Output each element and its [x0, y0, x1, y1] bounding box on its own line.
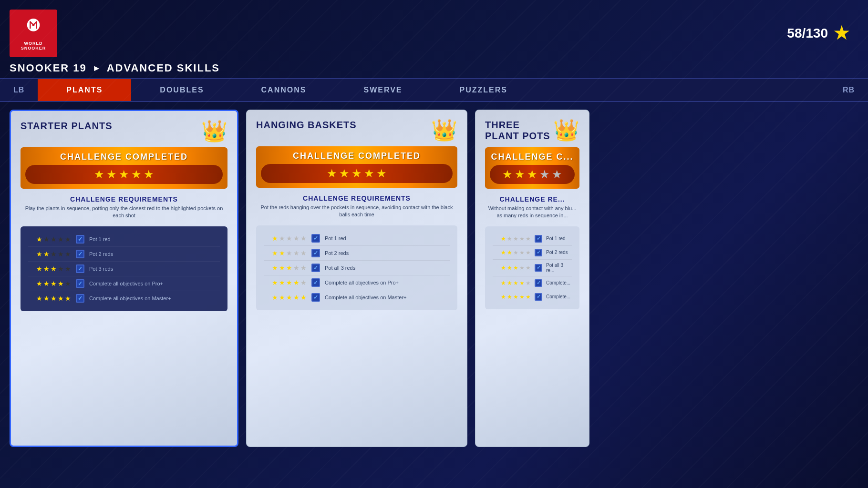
- obj-label-2-1: Pot 1 red: [325, 235, 346, 241]
- obj-label-1-3: Pot 3 reds: [89, 266, 113, 272]
- obj-checkbox-2-5: ✓: [311, 293, 320, 302]
- obj-label-1-4: Complete all objectives on Pro+: [89, 281, 163, 286]
- logo-text: WORLD SNOOKER: [21, 41, 46, 51]
- objective-row-1-2: ★ ★ ★ ★ ★ ✓ Pot 2 reds: [28, 247, 220, 262]
- obj-label-1-2: Pot 2 reds: [89, 251, 113, 257]
- breadcrumb-section: ADVANCED SKILLS: [107, 62, 220, 74]
- obj-star: ★: [51, 250, 57, 258]
- objective-row-2-5: ★ ★ ★ ★ ★ ✓ Complete all objectives on M…: [264, 290, 450, 305]
- obj-checkbox-2-4: ✓: [311, 278, 320, 287]
- obj-label-1-1: Pot 1 red: [89, 236, 111, 242]
- obj-star: ★: [36, 235, 42, 243]
- obj-star: ★: [43, 280, 50, 287]
- obj-checkbox-2-3: ✓: [311, 264, 320, 272]
- star-1-1: ★: [94, 168, 104, 181]
- star-1-5: ★: [144, 168, 154, 181]
- svg-point-1: [32, 24, 35, 26]
- breadcrumb-game: SNOOKER 19: [10, 62, 87, 74]
- obj-checkbox-2-1: ✓: [311, 234, 320, 243]
- obj-label-2-3: Pot all 3 reds: [325, 265, 355, 271]
- card-three-plant-pots[interactable]: THREE PLANT POTS 👑 CHALLENGE C... ★ ★ ★ …: [475, 110, 589, 447]
- objective-row-2-3: ★ ★ ★ ★ ★ ✓ Pot all 3 reds: [264, 261, 450, 275]
- tab-swerve[interactable]: SWERVE: [335, 79, 431, 101]
- obj-star: ★: [51, 265, 57, 273]
- completed-banner-3: CHALLENGE C... ★ ★ ★ ★ ★: [485, 147, 579, 189]
- completed-banner-1: CHALLENGE COMPLETED ★ ★ ★ ★ ★: [21, 147, 227, 189]
- requirements-desc-1: Play the plants in sequence, potting onl…: [21, 205, 227, 220]
- requirements-desc-3: Without making contact with any blu... a…: [485, 205, 579, 220]
- card-title-three-plant-pots: THREE PLANT POTS: [485, 120, 553, 142]
- logo: WORLD SNOOKER: [10, 10, 57, 57]
- obj-star: ★: [65, 265, 71, 273]
- stars-count-text: 58/130: [787, 26, 828, 41]
- obj-star: ★: [51, 280, 57, 287]
- requirements-desc-2: Pot the reds hanging over the pockets in…: [256, 204, 457, 219]
- obj-star: ★: [65, 250, 71, 258]
- obj-checkbox-2-2: ✓: [311, 249, 320, 257]
- completed-banner-2: CHALLENGE COMPLETED ★ ★ ★ ★ ★: [256, 146, 457, 188]
- obj-star: ★: [36, 250, 42, 258]
- star-1-3: ★: [119, 168, 129, 181]
- obj-star: ★: [58, 235, 64, 243]
- tab-navigation: LB PLANTS DOUBLES CANNONS SWERVE PUZZLER…: [0, 78, 868, 102]
- obj-star: ★: [43, 235, 50, 243]
- tab-doubles[interactable]: DOUBLES: [131, 79, 232, 101]
- stars-bar-2: ★ ★ ★ ★ ★: [261, 164, 453, 183]
- card-title-hanging-baskets: HANGING BASKETS: [256, 120, 357, 131]
- requirements-title-1: CHALLENGE REQUIREMENTS: [21, 195, 227, 203]
- obj-star: ★: [51, 295, 57, 302]
- stars-bar-1: ★ ★ ★ ★ ★: [25, 165, 223, 184]
- obj-star: ★: [58, 250, 64, 258]
- star-1-4: ★: [131, 168, 142, 181]
- objective-row-1-3: ★ ★ ★ ★ ★ ✓ Pot 3 reds: [28, 262, 220, 276]
- card-hanging-baskets[interactable]: HANGING BASKETS 👑 CHALLENGE COMPLETED ★ …: [246, 110, 467, 447]
- obj-checkbox-1-2: ✓: [76, 250, 84, 258]
- obj-label-2-2: Pot 2 reds: [325, 250, 349, 256]
- card-title-starter-plants: STARTER PLANTS: [21, 121, 113, 132]
- crown-icon-2: 👑: [431, 120, 457, 141]
- breadcrumb: SNOOKER 19 ► ADVANCED SKILLS: [0, 62, 868, 78]
- obj-star: ★: [36, 280, 42, 287]
- objective-row-3-4: ★ ★ ★ ★ ★ ✓ Complete...: [493, 276, 572, 290]
- objective-row-3-2: ★ ★ ★ ★ ★ ✓ Pot 2 reds: [493, 246, 572, 260]
- objective-row-3-5: ★ ★ ★ ★ ★ ✓ Complete...: [493, 290, 572, 304]
- card-starter-plants[interactable]: STARTER PLANTS 👑 CHALLENGE COMPLETED ★ ★…: [10, 110, 238, 447]
- obj-star: ★: [58, 280, 64, 287]
- tab-plants[interactable]: PLANTS: [38, 79, 131, 101]
- objective-row-2-2: ★ ★ ★ ★ ★ ✓ Pot 2 reds: [264, 246, 450, 261]
- obj-star: ★: [58, 295, 64, 302]
- objective-row-3-3: ★ ★ ★ ★ ★ ✓ Pot all 3 re...: [493, 260, 572, 276]
- tab-puzzlers[interactable]: PUZZLERS: [431, 79, 536, 101]
- requirements-title-3: CHALLENGE RE...: [485, 195, 579, 203]
- stars-counter: 58/130 ★: [787, 23, 849, 43]
- star-1-2: ★: [106, 168, 117, 181]
- logo-icon: [21, 16, 45, 40]
- obj-star: ★: [43, 250, 50, 258]
- objective-row-2-4: ★ ★ ★ ★ ★ ✓ Complete all objectives on P…: [264, 275, 450, 290]
- obj-checkbox-1-3: ✓: [76, 264, 84, 273]
- objective-row-3-1: ★ ★ ★ ★ ★ ✓ Pot 1 red: [493, 232, 572, 246]
- obj-star: ★: [65, 295, 71, 302]
- obj-star: ★: [51, 235, 57, 243]
- objective-row-1-4: ★ ★ ★ ★ ★ ✓ Complete all objectives on P…: [28, 276, 220, 291]
- obj-star: ★: [65, 280, 71, 287]
- obj-star: ★: [36, 265, 42, 273]
- obj-label-1-5: Complete all objectives on Master+: [89, 295, 171, 301]
- objective-row-1-5: ★ ★ ★ ★ ★ ✓ Complete all objectives on M…: [28, 291, 220, 305]
- tab-lb[interactable]: LB: [0, 80, 38, 100]
- tab-cannons[interactable]: CANNONS: [233, 79, 335, 101]
- obj-star: ★: [58, 265, 64, 273]
- tab-rb[interactable]: RB: [829, 80, 868, 100]
- obj-star: ★: [43, 295, 50, 302]
- objective-row-1-1: ★ ★ ★ ★ ★ ✓ Pot 1 red: [28, 232, 220, 247]
- obj-label-2-5: Complete all objectives on Master+: [325, 295, 407, 300]
- completed-text-1: CHALLENGE COMPLETED: [25, 152, 223, 162]
- objective-row-2-1: ★ ★ ★ ★ ★ ✓ Pot 1 red: [264, 231, 450, 246]
- obj-checkbox-1-5: ✓: [76, 294, 84, 303]
- star-icon: ★: [834, 23, 849, 43]
- breadcrumb-arrow: ►: [93, 63, 101, 73]
- obj-star: ★: [65, 235, 71, 243]
- completed-text-3: CHALLENGE C...: [490, 152, 575, 162]
- crown-icon-3: 👑: [553, 120, 579, 141]
- header: WORLD SNOOKER 58/130 ★: [0, 0, 868, 62]
